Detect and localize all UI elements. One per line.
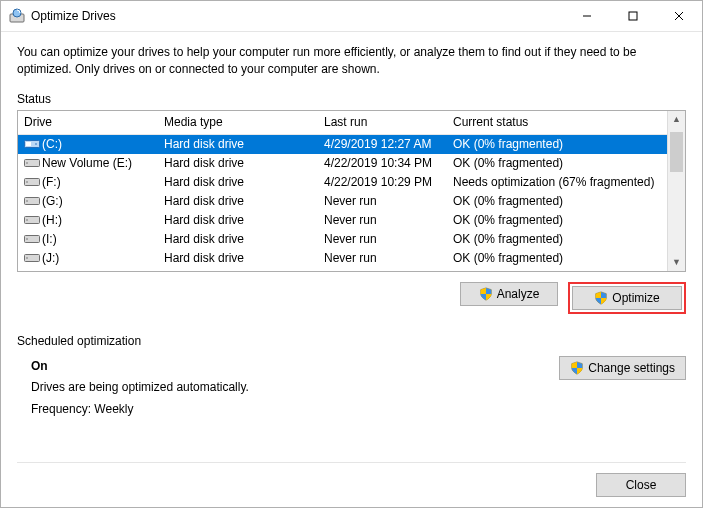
col-header-last[interactable]: Last run	[318, 115, 447, 129]
shield-icon	[479, 287, 493, 301]
table-row[interactable]: (I:)Hard disk driveNever runOK (0% fragm…	[18, 230, 667, 249]
change-settings-button[interactable]: Change settings	[559, 356, 686, 380]
table-row[interactable]: (H:)Hard disk driveNever runOK (0% fragm…	[18, 211, 667, 230]
drive-name: (G:)	[42, 194, 63, 208]
intro-text: You can optimize your drives to help you…	[17, 44, 686, 78]
drive-status: OK (0% fragmented)	[447, 232, 667, 246]
svg-rect-8	[629, 12, 637, 20]
shield-icon	[570, 361, 584, 375]
scrollbar[interactable]: ▲ ▼	[667, 111, 685, 271]
drive-last: 4/22/2019 10:29 PM	[318, 175, 447, 189]
close-icon	[674, 11, 684, 21]
drive-icon	[24, 252, 40, 264]
app-icon	[9, 8, 25, 24]
table-row[interactable]: (J:)Hard disk driveNever runOK (0% fragm…	[18, 249, 667, 268]
analyze-label: Analyze	[497, 287, 540, 301]
maximize-icon	[628, 11, 638, 21]
drive-media: Hard disk drive	[158, 156, 318, 170]
drive-status: OK (0% fragmented)	[447, 194, 667, 208]
table-row[interactable]: (C:)Hard disk drive4/29/2019 12:27 AMOK …	[18, 135, 667, 154]
drive-last: Never run	[318, 232, 447, 246]
drive-status: OK (0% fragmented)	[447, 156, 667, 170]
col-header-drive[interactable]: Drive	[18, 115, 158, 129]
drive-last: Never run	[318, 194, 447, 208]
drive-last: Never run	[318, 251, 447, 265]
drive-status: Needs optimization (67% fragmented)	[447, 175, 667, 189]
sched-label: Scheduled optimization	[17, 334, 686, 348]
table-row[interactable]: (G:)Hard disk driveNever runOK (0% fragm…	[18, 192, 667, 211]
scroll-thumb[interactable]	[670, 132, 683, 172]
close-dialog-button[interactable]: Close	[596, 473, 686, 497]
scroll-down-icon[interactable]: ▼	[668, 254, 685, 271]
window-title: Optimize Drives	[31, 9, 116, 23]
drive-name: New Volume (E:)	[42, 156, 132, 170]
scroll-up-icon[interactable]: ▲	[668, 111, 685, 128]
drive-last: 4/22/2019 10:34 PM	[318, 156, 447, 170]
close-button[interactable]	[656, 1, 702, 31]
drive-name: (H:)	[42, 213, 62, 227]
maximize-button[interactable]	[610, 1, 656, 31]
sched-on: On	[31, 356, 559, 378]
drive-icon	[24, 157, 40, 169]
sched-line2: Frequency: Weekly	[31, 399, 559, 421]
drive-status: OK (0% fragmented)	[447, 251, 667, 265]
drive-name: (C:)	[42, 137, 62, 151]
col-header-status[interactable]: Current status	[447, 115, 667, 129]
change-label: Change settings	[588, 361, 675, 375]
drive-icon	[24, 214, 40, 226]
optimize-drives-window: Optimize Drives You can optimize your dr…	[0, 0, 703, 508]
drive-media: Hard disk drive	[158, 232, 318, 246]
drive-status: OK (0% fragmented)	[447, 137, 667, 151]
minimize-button[interactable]	[564, 1, 610, 31]
minimize-icon	[582, 11, 592, 21]
drives-table: Drive Media type Last run Current status…	[17, 110, 686, 272]
drive-icon	[24, 138, 40, 150]
drive-media: Hard disk drive	[158, 137, 318, 151]
col-header-media[interactable]: Media type	[158, 115, 318, 129]
drive-media: Hard disk drive	[158, 194, 318, 208]
drive-icon	[24, 233, 40, 245]
drive-icon	[24, 195, 40, 207]
drive-status: OK (0% fragmented)	[447, 213, 667, 227]
drive-name: (J:)	[42, 251, 59, 265]
table-row[interactable]: New Volume (E:)Hard disk drive4/22/2019 …	[18, 154, 667, 173]
sched-line1: Drives are being optimized automatically…	[31, 377, 559, 399]
drive-media: Hard disk drive	[158, 175, 318, 189]
analyze-button[interactable]: Analyze	[460, 282, 558, 306]
table-header: Drive Media type Last run Current status	[18, 111, 667, 135]
drive-last: Never run	[318, 213, 447, 227]
drive-name: (F:)	[42, 175, 61, 189]
title-bar: Optimize Drives	[1, 1, 702, 32]
optimize-label: Optimize	[612, 291, 659, 305]
drive-last: 4/29/2019 12:27 AM	[318, 137, 447, 151]
drive-media: Hard disk drive	[158, 251, 318, 265]
drive-icon	[24, 176, 40, 188]
optimize-button[interactable]: Optimize	[572, 286, 682, 310]
status-label: Status	[17, 92, 686, 106]
optimize-highlight: Optimize	[568, 282, 686, 314]
close-label: Close	[626, 478, 657, 492]
table-row[interactable]: (F:)Hard disk drive4/22/2019 10:29 PMNee…	[18, 173, 667, 192]
drive-media: Hard disk drive	[158, 213, 318, 227]
drive-name: (I:)	[42, 232, 57, 246]
shield-icon	[594, 291, 608, 305]
